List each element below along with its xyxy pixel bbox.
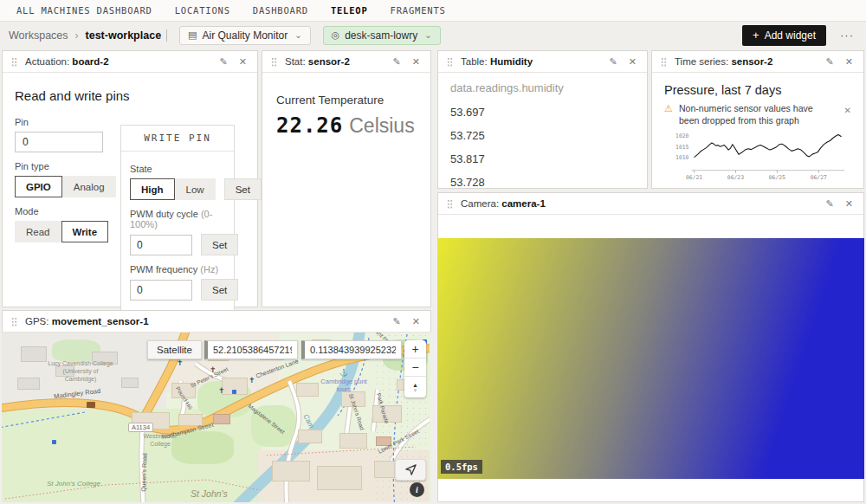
- state-segmented: High Low: [130, 178, 216, 200]
- close-icon[interactable]: ✕: [410, 56, 422, 68]
- map-building: [298, 430, 322, 443]
- road-ref-badge: A1134: [128, 423, 153, 432]
- edit-icon[interactable]: ✎: [824, 198, 836, 210]
- nav-locations[interactable]: LOCATIONS: [164, 5, 242, 16]
- map-building: [296, 383, 319, 397]
- write-pin-panel: WRITE PIN State High Low Set PWM duty cy…: [120, 125, 235, 312]
- close-icon[interactable]: ✕: [843, 198, 855, 210]
- pwm-duty-set-button[interactable]: Set: [201, 234, 238, 255]
- edit-icon[interactable]: ✎: [391, 316, 403, 327]
- workspace-selector-label: Air Quality Monitor: [202, 29, 288, 42]
- map-building: [317, 466, 362, 490]
- machine-selector-label: desk-sam-lowry: [345, 29, 417, 42]
- svg-text:06/27: 06/27: [811, 174, 827, 181]
- stat-value: 22.26: [276, 113, 343, 138]
- pwm-freq-set-button[interactable]: Set: [201, 279, 238, 300]
- zoom-in-button[interactable]: +: [404, 340, 426, 359]
- edit-icon[interactable]: ✎: [391, 56, 403, 68]
- map-label: Lucy Cavendish College (University of Ca…: [47, 360, 114, 383]
- breadcrumb-separator: ›: [75, 29, 79, 42]
- map-building: [21, 346, 47, 362]
- pin-type-analog-button[interactable]: Analog: [62, 176, 116, 197]
- breadcrumb-workspaces[interactable]: Workspaces: [9, 29, 68, 42]
- close-icon[interactable]: ✕: [627, 56, 638, 68]
- nav-dashboard[interactable]: DASHBOARD: [242, 5, 320, 16]
- warning-icon: ⚠: [664, 102, 673, 114]
- pwm-duty-label: PWM duty cycle (0-100%): [130, 209, 225, 229]
- widget-header: Table: Humidity ✎ ✕: [438, 51, 647, 73]
- table-row: 53.728: [450, 171, 635, 194]
- edit-icon[interactable]: ✎: [608, 56, 619, 68]
- zoom-controls: + − ▲ ▼: [404, 340, 426, 397]
- drag-handle-icon[interactable]: [447, 199, 453, 209]
- map-label: St John's: [191, 488, 228, 499]
- drag-handle-icon[interactable]: [447, 57, 453, 67]
- breadcrumb-current-workspace[interactable]: test-workplace: [86, 29, 168, 42]
- add-widget-button[interactable]: + Add widget: [742, 25, 826, 46]
- drag-handle-icon[interactable]: [661, 57, 667, 67]
- nav-fragments[interactable]: FRAGMENTS: [379, 5, 457, 16]
- widget-title: Camera: camera-1: [461, 198, 546, 209]
- drag-handle-icon[interactable]: [271, 57, 277, 67]
- library-icon: [87, 402, 95, 408]
- widget-title: GPS: movement_sensor-1: [25, 316, 149, 326]
- workspace-selector[interactable]: ▤ Air Quality Monitor ⌄: [179, 26, 311, 45]
- machine-icon: ▤: [188, 29, 197, 41]
- compass-down-icon: ▼: [413, 388, 418, 393]
- write-pin-title: WRITE PIN: [121, 126, 234, 152]
- close-icon[interactable]: ✕: [410, 316, 422, 327]
- plus-icon: +: [753, 29, 759, 42]
- svg-text:1010: 1010: [675, 154, 689, 161]
- pin-input[interactable]: [15, 132, 103, 152]
- gps-map[interactable]: ✝ ✝ ✝ ✝ Madingley Road Lucy Cavendish Co…: [2, 333, 431, 502]
- stat-unit: Celsius: [349, 114, 414, 138]
- drag-handle-icon[interactable]: [11, 57, 17, 67]
- mode-write-button[interactable]: Write: [61, 221, 109, 242]
- latitude-input[interactable]: [204, 340, 298, 359]
- pressure-line-chart: 101010151020 06/2106/2306/2506/27: [664, 127, 853, 183]
- close-icon[interactable]: ✕: [843, 56, 855, 68]
- machine-selector[interactable]: ◎ desk-sam-lowry ⌄: [323, 26, 441, 45]
- chevron-down-icon: ⌄: [294, 31, 301, 40]
- widget-title: Actuation: board-2: [25, 56, 109, 67]
- edit-icon[interactable]: ✎: [824, 56, 836, 68]
- svg-text:06/21: 06/21: [686, 174, 702, 181]
- warning-close-icon[interactable]: ✕: [844, 102, 851, 115]
- widget-camera: Camera: camera-1 ✎ ✕ 0.5fps: [437, 192, 864, 502]
- pwm-duty-input[interactable]: [130, 235, 192, 255]
- widget-header: Time series: sensor-2 ✎ ✕: [652, 51, 863, 73]
- edit-icon[interactable]: ✎: [218, 56, 229, 68]
- top-nav: ALL MACHINES DASHBOARD LOCATIONS DASHBOA…: [0, 0, 866, 22]
- chart-line: [695, 134, 842, 157]
- svg-text:06/25: 06/25: [769, 174, 785, 181]
- mode-read-button[interactable]: Read: [15, 221, 61, 242]
- widget-title: Table: Humidity: [461, 56, 533, 67]
- overflow-menu-icon[interactable]: ···: [840, 29, 854, 42]
- state-set-button[interactable]: Set: [224, 178, 262, 200]
- pin-type-gpio-button[interactable]: GPIO: [15, 176, 62, 197]
- svg-text:1020: 1020: [675, 132, 689, 139]
- widget-header: GPS: movement_sensor-1 ✎ ✕: [3, 311, 430, 333]
- nav-all-machines-dashboard[interactable]: ALL MACHINES DASHBOARD: [5, 5, 164, 16]
- svg-text:06/23: 06/23: [727, 174, 744, 181]
- chevron-down-icon: ⌄: [424, 31, 431, 40]
- anchor-icon: ⚓: [339, 369, 348, 378]
- drag-handle-icon[interactable]: [11, 317, 17, 326]
- church-icon: ✝: [249, 376, 255, 384]
- satellite-toggle-button[interactable]: Satellite: [147, 340, 202, 359]
- svg-text:1015: 1015: [675, 143, 689, 150]
- info-icon[interactable]: i: [410, 482, 424, 497]
- toolbar: Workspaces › test-workplace ▤ Air Qualit…: [0, 22, 866, 48]
- close-icon[interactable]: ✕: [237, 56, 249, 68]
- pwm-freq-input[interactable]: [130, 280, 192, 300]
- table-row: 53.725: [450, 124, 635, 147]
- longitude-input[interactable]: [301, 340, 402, 359]
- state-high-button[interactable]: High: [130, 178, 175, 200]
- map-building: [213, 414, 230, 424]
- locate-button[interactable]: [395, 459, 426, 481]
- nav-teleop[interactable]: TELEOP: [320, 5, 379, 16]
- compass-button[interactable]: ▲ ▼: [404, 377, 426, 397]
- state-low-button[interactable]: Low: [175, 178, 216, 200]
- chart-title: Pressure, last 7 days: [664, 83, 851, 97]
- zoom-out-button[interactable]: −: [404, 359, 426, 377]
